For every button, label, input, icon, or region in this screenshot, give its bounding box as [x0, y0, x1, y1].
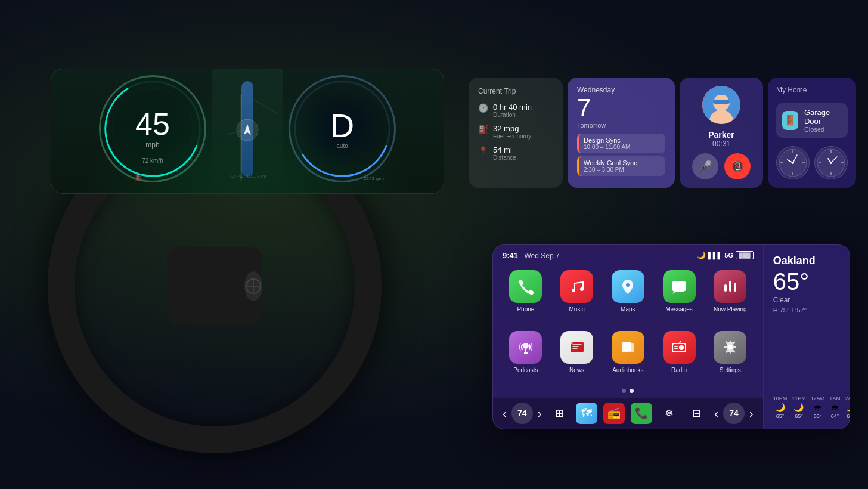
- maps-label: Maps: [621, 306, 635, 312]
- app-grid: Phone Music: [493, 263, 763, 389]
- svg-point-30: [572, 289, 575, 292]
- fc-5-time: 2AM: [845, 395, 850, 401]
- logo-svg: [244, 277, 262, 295]
- dock-left: ‹ 74 ›: [503, 403, 541, 424]
- dock-grid-btn[interactable]: ⊞: [548, 403, 570, 424]
- fuel-economy-icon: ⛽: [478, 125, 488, 134]
- radio-icon: [663, 331, 696, 364]
- speed-arc-svg: [101, 77, 204, 181]
- battery-icon: ▓▓▓: [736, 251, 754, 259]
- home-card: My Home 🚪 Garage Door Closed: [768, 78, 856, 188]
- fc-5-icon: 🌙: [846, 403, 851, 412]
- weather-temp: 65°: [773, 270, 850, 293]
- svg-point-47: [679, 345, 684, 350]
- network-type: 5G: [724, 252, 733, 259]
- app-phone[interactable]: Phone: [505, 270, 547, 321]
- spoke-bottom: [230, 250, 240, 322]
- status-time: 9:41: [503, 251, 518, 260]
- app-audiobooks[interactable]: Audiobooks: [607, 331, 649, 382]
- app-nowplaying[interactable]: Now Playing: [709, 270, 751, 321]
- svg-rect-13: [713, 100, 730, 104]
- app-messages[interactable]: Messages: [658, 270, 700, 321]
- dock-back-btn[interactable]: ‹: [503, 407, 507, 420]
- spoke-left: [167, 265, 201, 286]
- dock-phone-btn[interactable]: 📞: [631, 403, 652, 424]
- svg-point-29: [830, 162, 832, 164]
- fc-2-temp: 65°: [795, 413, 803, 419]
- gear-arc-svg: [290, 77, 394, 181]
- svg-rect-33: [672, 281, 686, 292]
- news-svg: N: [568, 338, 587, 357]
- economy-value: 32 mpg: [493, 124, 531, 133]
- dock-number-right[interactable]: 74: [723, 403, 745, 424]
- weather-range: H:75° L:57°: [773, 307, 850, 314]
- svg-rect-35: [724, 284, 727, 292]
- radio-label: Radio: [671, 367, 687, 373]
- app-settings[interactable]: Settings: [709, 331, 751, 382]
- dock-more-btn[interactable]: ⊟: [686, 403, 707, 424]
- dock-number-left[interactable]: 74: [512, 403, 533, 424]
- home-title: My Home: [776, 86, 848, 94]
- moon-icon: 🌙: [697, 251, 706, 259]
- garage-name: Garage Door: [804, 108, 842, 126]
- svg-rect-48: [674, 346, 678, 347]
- dock-maps-btn[interactable]: 🗺: [576, 403, 597, 424]
- duration-label: Duration: [493, 112, 532, 118]
- fc-3-icon: 🌧: [813, 403, 822, 412]
- dock-back-btn-2[interactable]: ‹: [714, 407, 718, 420]
- fuel-icon: ⛽: [135, 173, 144, 181]
- garage-door-item[interactable]: 🚪 Garage Door Closed: [776, 103, 848, 138]
- settings-icon: [714, 331, 746, 364]
- weather-desc: Clear: [773, 296, 850, 304]
- nowplaying-icon: [714, 270, 746, 303]
- dot-1: [622, 389, 626, 393]
- calendar-card: Wednesday 7 Tomorrow Design Sync 10:00 –…: [568, 78, 675, 188]
- svg-point-32: [626, 283, 630, 287]
- contact-actions[interactable]: 🎤 📵: [692, 153, 751, 179]
- dock-fan-btn[interactable]: ❄: [658, 403, 680, 424]
- dock-radio-btn[interactable]: 📻: [603, 403, 625, 424]
- nav-arrow-svg: [235, 118, 259, 142]
- trip-card: Current Trip 🕐 0 hr 40 min Duration ⛽ 32…: [469, 78, 563, 188]
- carplay-dock[interactable]: ‹ 74 › ⊞ 🗺 📻 📞 ❄ ⊟ ‹ 74 ›: [493, 398, 763, 429]
- messages-icon: [663, 270, 696, 303]
- svg-point-31: [580, 287, 584, 291]
- trip-card-title: Current Trip: [478, 87, 553, 95]
- contact-duration: 00:31: [708, 140, 734, 148]
- status-icons: 🌙 ▌▌▌ 5G ▓▓▓: [697, 251, 754, 259]
- end-call-button[interactable]: 📵: [724, 153, 751, 179]
- carplay-screen: 9:41 Wed Sep 7 🌙 ▌▌▌ 5G ▓▓▓: [492, 244, 850, 429]
- podcasts-icon: [509, 331, 542, 364]
- weather-city: Oakland: [773, 255, 850, 267]
- contact-avatar: [702, 86, 740, 124]
- audiobooks-label: Audiobooks: [612, 367, 643, 373]
- nav-arrow: [235, 118, 259, 144]
- fc-4-time: 1AM: [829, 395, 841, 401]
- forecast-2: 11PM 🌙 65°: [792, 395, 806, 419]
- dashboard-panel: Current Trip 🕐 0 hr 40 min Duration ⛽ 32…: [469, 78, 850, 188]
- mute-button[interactable]: 🎤: [692, 153, 718, 179]
- messages-label: Messages: [665, 306, 693, 312]
- dock-forward-btn[interactable]: ›: [538, 407, 542, 420]
- radio-svg: [669, 338, 689, 357]
- podcasts-svg: [516, 338, 535, 357]
- audiobooks-svg: [618, 338, 637, 357]
- app-podcasts[interactable]: Podcasts: [505, 331, 547, 382]
- dock-forward-btn-2[interactable]: ›: [749, 407, 754, 420]
- app-music[interactable]: Music: [556, 270, 598, 321]
- fc-5-temp: 64°: [847, 413, 850, 419]
- news-icon: N: [560, 331, 593, 364]
- contact-card: Parker 00:31 🎤 📵: [680, 78, 763, 188]
- event-2-title: Weekly Goal Sync: [584, 159, 661, 166]
- phone-svg: [516, 277, 535, 296]
- dock-right: ‹ 74 ›: [714, 403, 753, 424]
- music-icon: [560, 270, 593, 303]
- weather-low: L:57°: [791, 307, 807, 314]
- rpm-text: 2143 rpm: [364, 176, 384, 181]
- app-news[interactable]: N News: [556, 331, 598, 382]
- app-radio[interactable]: Radio: [658, 331, 700, 382]
- audiobooks-icon: [612, 331, 644, 364]
- event-1-title: Design Sync: [584, 137, 661, 144]
- phone-icon: [509, 270, 542, 303]
- app-maps[interactable]: Maps: [607, 270, 649, 321]
